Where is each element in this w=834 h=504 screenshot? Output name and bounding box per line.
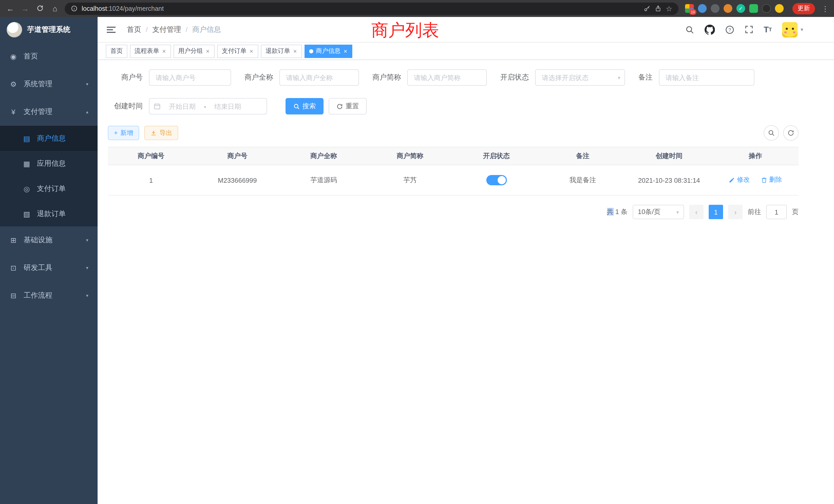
tab-home[interactable]: 首页 [106, 44, 127, 58]
delete-link-label: 删除 [769, 176, 782, 184]
user-menu[interactable]: ▾ [782, 22, 803, 37]
reset-button[interactable]: 重置 [329, 98, 367, 114]
font-size-icon[interactable]: TT [764, 25, 772, 33]
short-name-input[interactable] [407, 69, 487, 86]
browser-forward-icon[interactable]: → [20, 5, 30, 12]
tab-merchant-info[interactable]: 商户信息 × [305, 44, 352, 58]
navbar: 首页 / 支付管理 / 商户信息 商户列表 ? [97, 17, 834, 43]
sidebar-item-merchant-info[interactable]: ▤ 商户信息 [0, 126, 97, 151]
search-icon [293, 103, 300, 110]
extension-dark-icon[interactable] [711, 4, 720, 13]
page-1-button[interactable]: 1 [709, 205, 723, 219]
filter-remark: 备注 [638, 69, 754, 86]
date-range-picker[interactable]: - [149, 98, 267, 114]
github-icon[interactable] [705, 24, 715, 35]
page-size-select[interactable]: 10条/页 ▾ [633, 205, 684, 219]
password-key-icon[interactable] [644, 5, 651, 12]
site-info-icon[interactable] [71, 5, 78, 12]
share-icon[interactable] [655, 5, 662, 12]
sidebar-item-payment[interactable]: ¥ 支付管理 ▴ [0, 98, 97, 126]
calendar-icon [154, 102, 161, 110]
next-page-button[interactable]: › [728, 205, 743, 219]
sidebar-item-dev-tools[interactable]: ⊡ 研发工具 ▾ [0, 254, 97, 282]
status-select-input[interactable] [535, 69, 625, 86]
column-header: 操作 [712, 147, 798, 165]
active-dot [309, 49, 313, 53]
merchant-no-input[interactable] [149, 69, 231, 86]
cell-merchant-id: 1 [108, 165, 194, 195]
url-text: localhost:1024/pay/merchant [82, 5, 164, 12]
payment-submenu: ▤ 商户信息 ▦ 应用信息 ◎ 支付订单 ▧ 退款订单 [0, 126, 97, 226]
add-button[interactable]: + 新增 [108, 126, 139, 140]
tab-refund-orders[interactable]: 退款订单 × [261, 44, 302, 58]
sidebar: 芋道管理系统 ◉ 首页 ⚙ 系统管理 ▾ ¥ 支付管理 ▴ [0, 17, 97, 504]
sidebar-item-system[interactable]: ⚙ 系统管理 ▾ [0, 70, 97, 98]
browser-reload-icon[interactable] [35, 4, 45, 13]
extensions-bar: 10 ✓ [685, 4, 784, 13]
breadcrumb-separator: / [185, 26, 188, 33]
extension-green-square-icon[interactable] [749, 4, 758, 13]
status-toggle[interactable] [486, 175, 507, 185]
close-icon[interactable]: × [249, 48, 254, 54]
filter-row-2: 创建时间 - 搜索 [108, 98, 798, 114]
browser-home-icon[interactable]: ⌂ [50, 5, 60, 12]
close-icon[interactable]: × [162, 48, 167, 54]
selected-text: 共 [607, 208, 613, 215]
sidebar-item-home[interactable]: ◉ 首页 [0, 43, 97, 70]
full-name-input[interactable] [279, 69, 359, 86]
refund-order-icon: ▧ [23, 210, 31, 218]
close-icon[interactable]: × [343, 48, 348, 54]
delete-link[interactable]: 删除 [761, 176, 782, 184]
browser-menu-icon[interactable]: ⋮ [822, 4, 829, 13]
red-annotation-text: 商户列表 [371, 19, 439, 42]
goto-page-input[interactable] [766, 205, 787, 219]
sidebar-item-infrastructure[interactable]: ⊞ 基础设施 ▾ [0, 226, 97, 254]
export-button[interactable]: 导出 [145, 126, 178, 140]
breadcrumb-item[interactable]: 支付管理 [152, 25, 181, 34]
search-button[interactable]: 搜索 [286, 98, 324, 114]
bookmark-star-icon[interactable]: ☆ [666, 4, 672, 13]
extension-avatar-icon[interactable] [775, 4, 784, 13]
fullscreen-icon[interactable] [745, 25, 753, 34]
remark-input[interactable] [659, 69, 754, 86]
extension-grid-icon[interactable]: 10 [685, 4, 694, 13]
refresh-table-icon[interactable] [783, 125, 798, 141]
extension-check-icon[interactable]: ✓ [737, 4, 745, 13]
create-time-label: 创建时间 [108, 101, 143, 111]
export-button-label: 导出 [159, 129, 172, 137]
chevron-down-icon: ▾ [86, 238, 88, 243]
breadcrumb-item[interactable]: 首页 [127, 25, 141, 34]
sidebar-toggle-icon[interactable] [106, 24, 116, 35]
address-bar[interactable]: localhost:1024/pay/merchant ☆ [65, 2, 678, 15]
edit-link-label: 修改 [737, 176, 750, 184]
edit-link[interactable]: 修改 [729, 176, 750, 184]
extension-orange-icon[interactable] [724, 4, 732, 13]
extension-pinwheel-icon[interactable] [762, 4, 771, 13]
tab-pay-orders[interactable]: 支付订单 × [217, 44, 258, 58]
help-icon[interactable]: ? [725, 25, 734, 34]
breadcrumb-current: 商户信息 [192, 25, 221, 34]
sidebar-item-workflow[interactable]: ⊟ 工作流程 ▾ [0, 282, 97, 310]
close-icon[interactable]: × [205, 48, 210, 54]
status-select[interactable]: ▾ [535, 69, 625, 86]
sidebar-item-pay-orders[interactable]: ◎ 支付订单 [0, 176, 97, 201]
table-header-row: 商户编号 商户号 商户全称 商户简称 开启状态 备注 创建时间 操作 [108, 147, 798, 165]
prev-page-button[interactable]: ‹ [689, 205, 704, 219]
toggle-search-icon[interactable] [764, 125, 779, 141]
browser-back-icon[interactable]: ← [5, 5, 16, 12]
tab-user-group[interactable]: 用户分组 × [174, 44, 215, 58]
extension-blue-icon[interactable] [698, 4, 707, 13]
filter-row-1: 商户号 商户全称 商户简称 开启状态 [108, 69, 798, 86]
close-icon[interactable]: × [293, 48, 297, 54]
tab-process-form[interactable]: 流程表单 × [130, 44, 171, 58]
sidebar-item-refund-orders[interactable]: ▧ 退款订单 [0, 201, 97, 226]
sidebar-item-label: 系统管理 [24, 79, 52, 89]
sidebar-item-app-info[interactable]: ▦ 应用信息 [0, 151, 97, 176]
date-start-input[interactable] [163, 102, 202, 110]
app-logo[interactable]: 芋道管理系统 [0, 17, 97, 43]
screen: ← → ⌂ localhost:1024/pay/merchant ☆ 10 [0, 0, 834, 504]
search-icon[interactable] [685, 25, 694, 34]
date-end-input[interactable] [208, 102, 247, 110]
browser-update-button[interactable]: 更新 [792, 3, 815, 14]
column-header: 商户全称 [281, 147, 367, 165]
